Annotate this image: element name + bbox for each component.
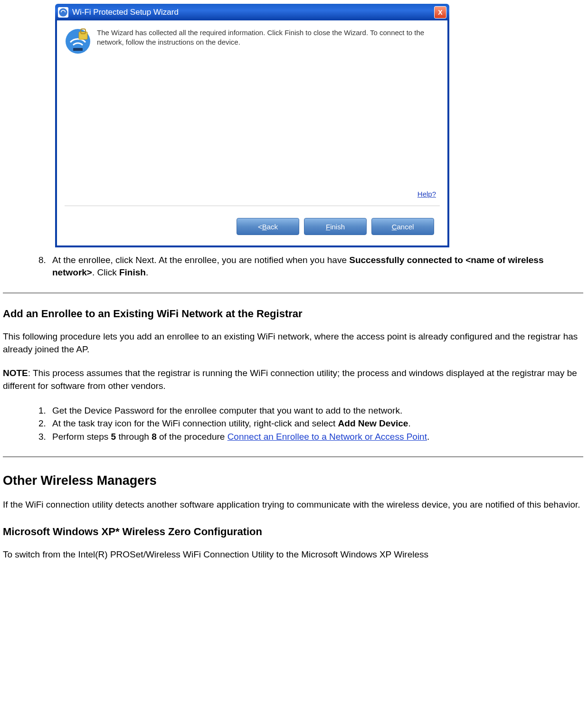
- button-row: < Back Finish Cancel: [237, 218, 434, 235]
- svg-rect-4: [73, 48, 83, 51]
- heading-other-managers: Other Wireless Managers: [3, 473, 583, 488]
- step8-text-b: . Click: [92, 267, 119, 277]
- s3-a: Perform steps: [52, 432, 111, 442]
- enrollee-para1: This following procedure lets you add an…: [3, 330, 583, 356]
- window-title: Wi-Fi Protected Setup Wizard: [72, 8, 434, 17]
- s2-a: At the task tray icon for the WiFi conne…: [52, 418, 338, 428]
- enrollee-step-2: At the task tray icon for the WiFi conne…: [48, 417, 583, 430]
- wizard-dialog: Wi-Fi Protected Setup Wizard X The: [55, 4, 449, 247]
- close-icon: X: [438, 9, 442, 16]
- other-para: If the WiFi connection utility detects a…: [3, 499, 583, 511]
- dialog-body: The Wizard has collected all the require…: [55, 20, 449, 247]
- back-button[interactable]: < Back: [237, 218, 299, 235]
- dialog-separator: [65, 206, 440, 206]
- help-link[interactable]: Help?: [417, 190, 436, 198]
- s2-bold: Add New Device: [338, 418, 408, 428]
- heading-add-enrollee: Add an Enrollee to an Existing WiFi Netw…: [3, 308, 583, 320]
- trailing-para: To switch from the Intel(R) PROSet/Wirel…: [3, 548, 583, 561]
- cancel-button[interactable]: Cancel: [371, 218, 434, 235]
- back-prefix: <: [258, 223, 262, 231]
- step-8: At the enrollee, click Next. At the enro…: [48, 254, 583, 278]
- s3-b2: 8: [152, 432, 157, 442]
- close-button[interactable]: X: [434, 6, 446, 19]
- finish-button[interactable]: Finish: [304, 218, 367, 235]
- back-mnemonic: B: [262, 223, 267, 231]
- heading-winxp-zero: Microsoft Windows XP* Wireless Zero Conf…: [3, 526, 583, 538]
- title-bar: Wi-Fi Protected Setup Wizard X: [55, 4, 449, 20]
- finish-mnemonic: F: [326, 223, 330, 231]
- finish-rest: inish: [330, 223, 345, 231]
- s3-d: .: [427, 432, 429, 442]
- s3-b1: 5: [111, 432, 116, 442]
- back-rest: ack: [267, 223, 278, 231]
- svg-point-0: [59, 8, 67, 17]
- cancel-rest: ancel: [397, 223, 414, 231]
- step8-text-a: At the enrollee, click Next. At the enro…: [52, 255, 349, 265]
- note-label: NOTE: [3, 368, 28, 378]
- wifi-lock-icon: [65, 28, 91, 55]
- enrollee-steps: Get the Device Password for the enrollee…: [29, 404, 583, 443]
- section-divider-2: [3, 456, 583, 457]
- wizard-message: The Wizard has collected all the require…: [97, 28, 440, 55]
- enrollee-step-3: Perform steps 5 through 8 of the procedu…: [48, 430, 583, 443]
- connect-enrollee-link[interactable]: Connect an Enrollee to a Network or Acce…: [228, 432, 427, 442]
- step8-bold-b: Finish: [119, 267, 146, 277]
- step-list-8: At the enrollee, click Next. At the enro…: [29, 254, 583, 278]
- note-text: : This process assumes that the registra…: [3, 368, 577, 391]
- s3-mid: through: [116, 432, 152, 442]
- enrollee-step-1: Get the Device Password for the enrollee…: [48, 404, 583, 417]
- cancel-mnemonic: C: [392, 223, 397, 231]
- s3-c: of the procedure: [157, 432, 228, 442]
- s2-b: .: [408, 418, 410, 428]
- app-icon: [58, 7, 68, 18]
- enrollee-note: NOTE: This process assumes that the regi…: [3, 367, 583, 392]
- step8-text-c: .: [146, 267, 148, 277]
- section-divider-1: [3, 292, 583, 293]
- svg-rect-2: [79, 32, 87, 39]
